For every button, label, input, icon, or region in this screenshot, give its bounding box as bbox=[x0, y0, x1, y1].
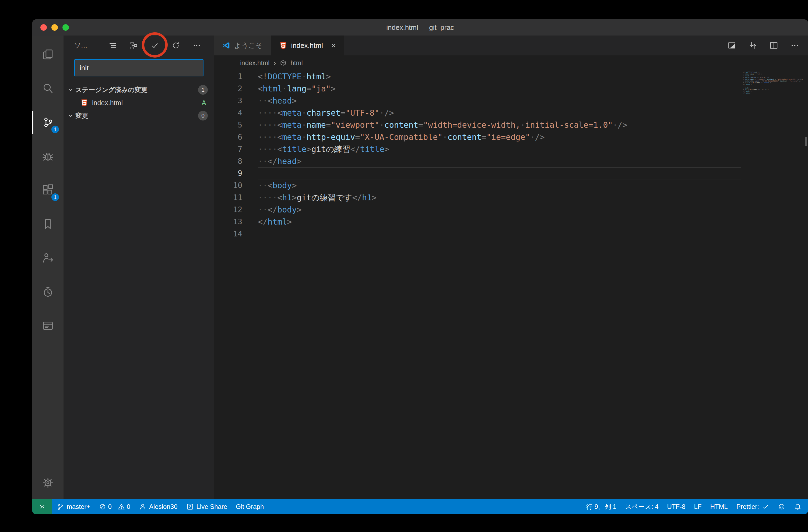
line-number: 3 bbox=[214, 95, 242, 107]
code-line-3[interactable]: 3··<head> bbox=[214, 95, 808, 107]
ellipsis-icon bbox=[192, 41, 201, 50]
status-eol[interactable]: LF bbox=[690, 499, 706, 514]
status-formatter[interactable]: Prettier: bbox=[732, 499, 774, 514]
code-line-1[interactable]: 1<!DOCTYPE·html> bbox=[214, 71, 808, 82]
tab-close-icon[interactable]: × bbox=[331, 41, 336, 50]
line-number: 5 bbox=[214, 119, 242, 131]
window-title: index.html — git_prac bbox=[386, 23, 454, 32]
code-line-13[interactable]: 13</html> bbox=[214, 216, 808, 228]
activity-item-browser-preview[interactable] bbox=[32, 309, 63, 343]
status-branch[interactable]: master+ bbox=[52, 499, 94, 514]
status-git-graph[interactable]: Git Graph bbox=[232, 499, 268, 514]
tree-icon bbox=[129, 41, 138, 50]
status-feedback[interactable] bbox=[774, 499, 790, 514]
code-line-6[interactable]: 6····<meta·http-equiv="X-UA-Compatible"·… bbox=[214, 131, 808, 143]
code-line-7[interactable]: 7····<title>gitの練習</title> bbox=[214, 143, 808, 155]
html-icon bbox=[279, 41, 287, 50]
ellipsis-icon bbox=[790, 41, 800, 50]
minimize-button[interactable] bbox=[51, 24, 58, 31]
activity-item-live-share[interactable] bbox=[32, 241, 63, 275]
overview-ruler-mark bbox=[805, 137, 807, 146]
line-number: 13 bbox=[214, 216, 242, 228]
activity-badge: 1 bbox=[51, 125, 60, 134]
tab-index-html[interactable]: index.html× bbox=[271, 36, 344, 55]
status-live-share[interactable]: Live Share bbox=[182, 499, 232, 514]
scm-commit-button[interactable] bbox=[144, 37, 165, 54]
activity-item-source-control[interactable]: 1 bbox=[32, 106, 63, 139]
activity-item-search[interactable] bbox=[32, 72, 63, 106]
code-text: ··</body> bbox=[258, 204, 741, 216]
line-number: 10 bbox=[214, 179, 242, 191]
code-editor[interactable]: 1<!DOCTYPE·html>2<html·lang="ja">3··<hea… bbox=[214, 71, 808, 499]
scm-more-actions-button[interactable] bbox=[186, 37, 207, 54]
code-line-2[interactable]: 2<html·lang="ja"> bbox=[214, 82, 808, 95]
scm-section-header-1[interactable]: 変更0 bbox=[63, 109, 214, 122]
bell-icon bbox=[794, 503, 802, 511]
code-line-14[interactable]: 14 bbox=[214, 228, 808, 240]
status-label: master+ bbox=[67, 503, 90, 511]
status-encoding[interactable]: UTF-8 bbox=[663, 499, 690, 514]
check-small-icon bbox=[762, 503, 769, 511]
activity-bar: 11 bbox=[32, 36, 63, 499]
code-line-5[interactable]: 5····<meta·name="viewport"·content="widt… bbox=[214, 119, 808, 131]
window-icon bbox=[42, 320, 54, 332]
status-indentation[interactable]: スペース: 4 bbox=[621, 499, 663, 514]
section-badge: 1 bbox=[198, 85, 208, 95]
scm-view-as-tree-button[interactable] bbox=[123, 37, 144, 54]
code-line-9[interactable]: 9 bbox=[214, 167, 808, 179]
remote-icon bbox=[38, 503, 46, 511]
editor-action-open-preview[interactable] bbox=[721, 36, 742, 55]
status-label: 行 9、列 1 bbox=[586, 502, 617, 511]
code-line-4[interactable]: 4····<meta·charset="UTF-8"·/> bbox=[214, 107, 808, 119]
code-line-12[interactable]: 12··</body> bbox=[214, 204, 808, 216]
code-text: ··<body> bbox=[258, 179, 741, 191]
scm-section-header-0[interactable]: ステージング済みの変更1 bbox=[63, 83, 214, 96]
status-remote[interactable] bbox=[32, 499, 52, 514]
html-icon bbox=[80, 99, 88, 107]
person-icon bbox=[139, 503, 146, 511]
activity-item-explorer[interactable] bbox=[32, 38, 63, 72]
status-notifications[interactable] bbox=[790, 499, 806, 514]
gear-icon bbox=[42, 477, 54, 489]
scm-view-as-list-button[interactable] bbox=[102, 37, 123, 54]
code-text: ····<title>gitの練習</title> bbox=[258, 143, 741, 155]
commit-message-input[interactable] bbox=[74, 59, 203, 76]
code-text: ····<meta·charset="UTF-8"·/> bbox=[258, 107, 741, 119]
minimap[interactable]: <! DOCTYPE html >< html lang = "ja" >< h… bbox=[743, 72, 803, 95]
status-cursor-position[interactable]: 行 9、列 1 bbox=[582, 499, 621, 514]
editor-action-more-actions[interactable] bbox=[784, 36, 805, 55]
status-problems[interactable]: 00 bbox=[94, 499, 134, 514]
status-language[interactable]: HTML bbox=[706, 499, 732, 514]
breadcrumb-symbol[interactable]: html bbox=[290, 59, 302, 67]
code-line-11[interactable]: 11····<h1>gitの練習です</h1> bbox=[214, 191, 808, 204]
zoom-button[interactable] bbox=[62, 24, 69, 31]
breadcrumb-separator: › bbox=[273, 58, 276, 68]
close-button[interactable] bbox=[40, 24, 47, 31]
line-number: 8 bbox=[214, 155, 242, 167]
activity-item-timer[interactable] bbox=[32, 275, 63, 309]
activity-item-extensions[interactable]: 1 bbox=[32, 173, 63, 207]
code-line-10[interactable]: 10··<body> bbox=[214, 179, 808, 191]
activity-item-bookmarks[interactable] bbox=[32, 207, 63, 241]
editor-action-open-changes[interactable] bbox=[742, 36, 763, 55]
editor-region: ようこそindex.html× index.html › html 1<!DOC… bbox=[214, 36, 808, 499]
activity-item-settings[interactable] bbox=[32, 468, 63, 498]
list-icon bbox=[109, 41, 117, 50]
breadcrumb-file[interactable]: index.html bbox=[240, 59, 270, 67]
line-number: 4 bbox=[214, 107, 242, 119]
tab-welcome[interactable]: ようこそ bbox=[214, 36, 271, 55]
section-label: ステージング済みの変更 bbox=[75, 86, 147, 94]
line-number: 2 bbox=[214, 82, 242, 95]
tab-label: ようこそ bbox=[234, 41, 263, 50]
file-name: index.html bbox=[92, 99, 123, 107]
refresh-icon bbox=[171, 41, 180, 50]
status-account[interactable]: Alesion30 bbox=[134, 499, 182, 514]
code-line-8[interactable]: 8··</head> bbox=[214, 155, 808, 167]
scm-file-row[interactable]: index.htmlA bbox=[63, 96, 214, 109]
activity-item-debug[interactable] bbox=[32, 139, 63, 173]
scm-refresh-button[interactable] bbox=[165, 37, 186, 54]
editor-action-split-editor[interactable] bbox=[763, 36, 784, 55]
vscode-icon bbox=[222, 41, 231, 50]
line-number: 7 bbox=[214, 143, 242, 155]
branch-icon bbox=[56, 503, 64, 511]
